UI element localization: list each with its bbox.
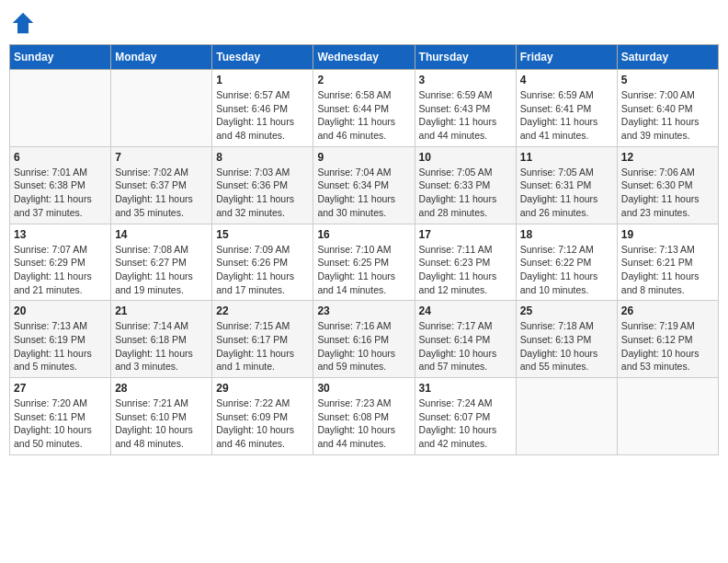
calendar-cell: 21Sunrise: 7:14 AM Sunset: 6:18 PM Dayli…: [111, 301, 212, 378]
day-info: Sunrise: 7:15 AM Sunset: 6:17 PM Dayligh…: [216, 319, 309, 373]
day-number: 14: [115, 228, 208, 241]
day-number: 15: [216, 228, 309, 241]
day-info: Sunrise: 7:02 AM Sunset: 6:37 PM Dayligh…: [115, 166, 208, 220]
col-header-thursday: Thursday: [415, 45, 516, 70]
day-number: 18: [520, 228, 613, 241]
day-info: Sunrise: 7:21 AM Sunset: 6:10 PM Dayligh…: [115, 396, 208, 451]
day-info: Sunrise: 7:16 AM Sunset: 6:16 PM Dayligh…: [317, 319, 410, 373]
calendar-cell: 31Sunrise: 7:24 AM Sunset: 6:07 PM Dayli…: [415, 378, 516, 455]
day-info: Sunrise: 6:59 AM Sunset: 6:43 PM Dayligh…: [419, 88, 512, 143]
calendar-week-2: 6Sunrise: 7:01 AM Sunset: 6:38 PM Daylig…: [10, 146, 719, 224]
calendar-week-3: 13Sunrise: 7:07 AM Sunset: 6:29 PM Dayli…: [10, 224, 719, 301]
day-number: 10: [419, 151, 512, 164]
calendar-cell: 24Sunrise: 7:17 AM Sunset: 6:14 PM Dayli…: [415, 301, 516, 378]
day-info: Sunrise: 7:09 AM Sunset: 6:26 PM Dayligh…: [216, 243, 309, 297]
calendar-cell: 8Sunrise: 7:03 AM Sunset: 6:36 PM Daylig…: [212, 146, 313, 224]
calendar-cell: 6Sunrise: 7:01 AM Sunset: 6:38 PM Daylig…: [10, 146, 111, 224]
day-info: Sunrise: 7:13 AM Sunset: 6:21 PM Dayligh…: [621, 243, 714, 297]
day-number: 4: [520, 74, 613, 86]
day-info: Sunrise: 7:12 AM Sunset: 6:22 PM Dayligh…: [520, 243, 613, 297]
day-number: 9: [317, 151, 410, 164]
day-info: Sunrise: 7:05 AM Sunset: 6:33 PM Dayligh…: [419, 166, 512, 220]
day-info: Sunrise: 7:01 AM Sunset: 6:38 PM Dayligh…: [14, 166, 107, 220]
day-number: 2: [317, 74, 410, 86]
calendar-cell: 10Sunrise: 7:05 AM Sunset: 6:33 PM Dayli…: [415, 146, 516, 224]
day-number: 13: [14, 228, 107, 241]
day-info: Sunrise: 7:14 AM Sunset: 6:18 PM Dayligh…: [115, 319, 208, 373]
col-header-saturday: Saturday: [617, 45, 718, 70]
day-info: Sunrise: 7:23 AM Sunset: 6:08 PM Dayligh…: [317, 396, 410, 451]
calendar-cell: 5Sunrise: 7:00 AM Sunset: 6:40 PM Daylig…: [617, 70, 718, 147]
calendar-cell: 2Sunrise: 6:58 AM Sunset: 6:44 PM Daylig…: [313, 70, 415, 147]
day-info: Sunrise: 7:18 AM Sunset: 6:13 PM Dayligh…: [520, 319, 613, 373]
calendar-cell: 22Sunrise: 7:15 AM Sunset: 6:17 PM Dayli…: [212, 301, 313, 378]
day-number: 22: [216, 304, 309, 317]
calendar-cell: 29Sunrise: 7:22 AM Sunset: 6:09 PM Dayli…: [212, 378, 313, 455]
day-number: 7: [115, 151, 208, 164]
calendar-cell: 15Sunrise: 7:09 AM Sunset: 6:26 PM Dayli…: [212, 224, 313, 301]
calendar-body: 1Sunrise: 6:57 AM Sunset: 6:46 PM Daylig…: [10, 70, 719, 455]
calendar-cell: [10, 70, 111, 147]
day-number: 3: [419, 74, 512, 86]
logo-icon: [9, 9, 37, 37]
calendar-cell: 3Sunrise: 6:59 AM Sunset: 6:43 PM Daylig…: [415, 70, 516, 147]
day-info: Sunrise: 7:10 AM Sunset: 6:25 PM Dayligh…: [317, 243, 410, 297]
day-number: 6: [14, 151, 107, 164]
calendar-cell: 27Sunrise: 7:20 AM Sunset: 6:11 PM Dayli…: [10, 378, 111, 455]
day-info: Sunrise: 7:06 AM Sunset: 6:30 PM Dayligh…: [621, 166, 714, 220]
col-header-tuesday: Tuesday: [212, 45, 313, 70]
col-header-sunday: Sunday: [10, 45, 111, 70]
day-number: 20: [14, 304, 107, 317]
calendar-week-5: 27Sunrise: 7:20 AM Sunset: 6:11 PM Dayli…: [10, 378, 719, 455]
day-number: 16: [317, 228, 410, 241]
day-number: 21: [115, 304, 208, 317]
day-info: Sunrise: 7:19 AM Sunset: 6:12 PM Dayligh…: [621, 319, 714, 373]
day-info: Sunrise: 6:58 AM Sunset: 6:44 PM Dayligh…: [317, 88, 410, 143]
calendar-cell: 13Sunrise: 7:07 AM Sunset: 6:29 PM Dayli…: [10, 224, 111, 301]
logo: [9, 9, 40, 37]
day-number: 24: [419, 304, 512, 317]
day-number: 29: [216, 382, 309, 395]
day-number: 12: [621, 151, 714, 164]
day-number: 23: [317, 304, 410, 317]
day-number: 19: [621, 228, 714, 241]
page-header: [9, 9, 719, 37]
day-info: Sunrise: 7:07 AM Sunset: 6:29 PM Dayligh…: [14, 243, 107, 297]
calendar-cell: 20Sunrise: 7:13 AM Sunset: 6:19 PM Dayli…: [10, 301, 111, 378]
day-info: Sunrise: 7:05 AM Sunset: 6:31 PM Dayligh…: [520, 166, 613, 220]
calendar-cell: 30Sunrise: 7:23 AM Sunset: 6:08 PM Dayli…: [313, 378, 415, 455]
calendar-cell: 26Sunrise: 7:19 AM Sunset: 6:12 PM Dayli…: [617, 301, 718, 378]
day-info: Sunrise: 7:04 AM Sunset: 6:34 PM Dayligh…: [317, 166, 410, 220]
day-number: 27: [14, 382, 107, 395]
day-number: 31: [419, 382, 512, 395]
calendar-cell: 7Sunrise: 7:02 AM Sunset: 6:37 PM Daylig…: [111, 146, 212, 224]
day-number: 11: [520, 151, 613, 164]
day-number: 26: [621, 304, 714, 317]
day-info: Sunrise: 7:11 AM Sunset: 6:23 PM Dayligh…: [419, 243, 512, 297]
day-number: 28: [115, 382, 208, 395]
col-header-wednesday: Wednesday: [313, 45, 415, 70]
calendar-cell: [516, 378, 617, 455]
calendar-cell: 17Sunrise: 7:11 AM Sunset: 6:23 PM Dayli…: [415, 224, 516, 301]
day-info: Sunrise: 7:13 AM Sunset: 6:19 PM Dayligh…: [14, 319, 107, 373]
day-number: 30: [317, 382, 410, 395]
day-number: 25: [520, 304, 613, 317]
day-number: 8: [216, 151, 309, 164]
calendar-cell: [617, 378, 718, 455]
calendar-cell: 16Sunrise: 7:10 AM Sunset: 6:25 PM Dayli…: [313, 224, 415, 301]
calendar-cell: [111, 70, 212, 147]
calendar-cell: 19Sunrise: 7:13 AM Sunset: 6:21 PM Dayli…: [617, 224, 718, 301]
calendar-cell: 18Sunrise: 7:12 AM Sunset: 6:22 PM Dayli…: [516, 224, 617, 301]
day-number: 1: [216, 74, 309, 86]
day-info: Sunrise: 6:59 AM Sunset: 6:41 PM Dayligh…: [520, 88, 613, 143]
day-info: Sunrise: 7:20 AM Sunset: 6:11 PM Dayligh…: [14, 396, 107, 451]
calendar-header-row: SundayMondayTuesdayWednesdayThursdayFrid…: [10, 45, 719, 70]
calendar-week-4: 20Sunrise: 7:13 AM Sunset: 6:19 PM Dayli…: [10, 301, 719, 378]
day-info: Sunrise: 7:03 AM Sunset: 6:36 PM Dayligh…: [216, 166, 309, 220]
calendar-cell: 14Sunrise: 7:08 AM Sunset: 6:27 PM Dayli…: [111, 224, 212, 301]
day-number: 5: [621, 74, 714, 86]
calendar-table: SundayMondayTuesdayWednesdayThursdayFrid…: [9, 44, 719, 455]
calendar-cell: 11Sunrise: 7:05 AM Sunset: 6:31 PM Dayli…: [516, 146, 617, 224]
svg-marker-0: [13, 13, 34, 34]
day-info: Sunrise: 7:17 AM Sunset: 6:14 PM Dayligh…: [419, 319, 512, 373]
